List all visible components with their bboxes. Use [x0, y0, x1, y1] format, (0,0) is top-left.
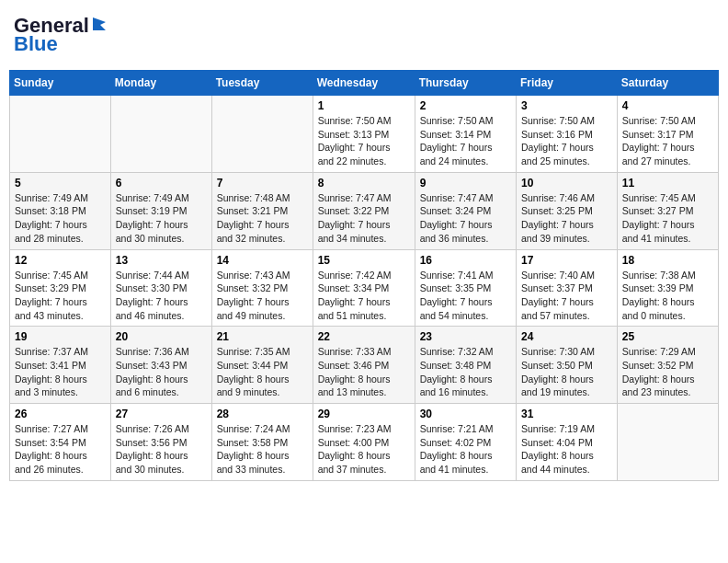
day-info: Sunrise: 7:29 AM Sunset: 3:52 PM Dayligh…: [622, 345, 713, 399]
calendar-cell: 21Sunrise: 7:35 AM Sunset: 3:44 PM Dayli…: [211, 327, 313, 404]
day-info: Sunrise: 7:24 AM Sunset: 3:58 PM Dayligh…: [217, 422, 308, 477]
calendar-week-3: 12Sunrise: 7:45 AM Sunset: 3:29 PM Dayli…: [10, 249, 719, 327]
day-info: Sunrise: 7:32 AM Sunset: 3:48 PM Dayligh…: [420, 345, 511, 399]
day-number: 2: [420, 99, 511, 112]
day-info: Sunrise: 7:50 AM Sunset: 3:17 PM Dayligh…: [622, 114, 713, 168]
calendar-cell: 3Sunrise: 7:50 AM Sunset: 3:16 PM Daylig…: [517, 96, 618, 173]
day-info: Sunrise: 7:47 AM Sunset: 3:22 PM Dayligh…: [318, 191, 410, 246]
calendar-cell: 18Sunrise: 7:38 AM Sunset: 3:39 PM Dayli…: [617, 249, 718, 327]
day-number: 18: [622, 254, 713, 267]
day-info: Sunrise: 7:38 AM Sunset: 3:39 PM Dayligh…: [622, 269, 713, 323]
day-number: 4: [622, 99, 713, 112]
calendar-cell: [211, 96, 313, 173]
day-number: 28: [217, 408, 308, 420]
day-number: 27: [116, 408, 207, 420]
day-info: Sunrise: 7:30 AM Sunset: 3:50 PM Dayligh…: [521, 345, 612, 399]
calendar-cell: 30Sunrise: 7:21 AM Sunset: 4:02 PM Dayli…: [415, 404, 516, 481]
calendar-cell: 13Sunrise: 7:44 AM Sunset: 3:30 PM Dayli…: [110, 249, 211, 327]
day-number: 31: [521, 408, 612, 420]
calendar-cell: 11Sunrise: 7:45 AM Sunset: 3:27 PM Dayli…: [617, 172, 718, 249]
day-info: Sunrise: 7:49 AM Sunset: 3:19 PM Dayligh…: [116, 191, 207, 246]
day-number: 25: [622, 330, 713, 343]
calendar-header-row: SundayMondayTuesdayWednesdayThursdayFrid…: [10, 71, 719, 96]
day-number: 6: [116, 177, 207, 190]
day-number: 22: [318, 330, 410, 343]
day-info: Sunrise: 7:43 AM Sunset: 3:32 PM Dayligh…: [217, 269, 308, 323]
day-info: Sunrise: 7:46 AM Sunset: 3:25 PM Dayligh…: [521, 191, 612, 246]
logo-icon: [91, 16, 108, 32]
day-info: Sunrise: 7:36 AM Sunset: 3:43 PM Dayligh…: [116, 345, 207, 399]
calendar-cell: [617, 404, 718, 481]
calendar-week-2: 5Sunrise: 7:49 AM Sunset: 3:18 PM Daylig…: [10, 172, 719, 249]
day-number: 24: [521, 330, 612, 343]
calendar-cell: 2Sunrise: 7:50 AM Sunset: 3:14 PM Daylig…: [415, 96, 516, 173]
day-number: 16: [420, 254, 511, 267]
calendar-cell: 27Sunrise: 7:26 AM Sunset: 3:56 PM Dayli…: [110, 404, 211, 481]
day-info: Sunrise: 7:23 AM Sunset: 4:00 PM Dayligh…: [318, 422, 410, 477]
header-tuesday: Tuesday: [211, 71, 313, 96]
header-sunday: Sunday: [10, 71, 111, 96]
day-info: Sunrise: 7:35 AM Sunset: 3:44 PM Dayligh…: [217, 345, 308, 399]
day-info: Sunrise: 7:50 AM Sunset: 3:14 PM Dayligh…: [420, 114, 511, 168]
calendar-cell: 1Sunrise: 7:50 AM Sunset: 3:13 PM Daylig…: [313, 96, 415, 173]
day-number: 30: [420, 408, 511, 420]
calendar-table: SundayMondayTuesdayWednesdayThursdayFrid…: [9, 70, 719, 481]
day-number: 11: [622, 177, 713, 190]
calendar-cell: 19Sunrise: 7:37 AM Sunset: 3:41 PM Dayli…: [10, 327, 111, 404]
calendar-cell: 31Sunrise: 7:19 AM Sunset: 4:04 PM Dayli…: [517, 404, 618, 481]
day-info: Sunrise: 7:42 AM Sunset: 3:34 PM Dayligh…: [318, 269, 410, 323]
calendar-cell: 7Sunrise: 7:48 AM Sunset: 3:21 PM Daylig…: [211, 172, 313, 249]
calendar-cell: [110, 96, 211, 173]
calendar-week-4: 19Sunrise: 7:37 AM Sunset: 3:41 PM Dayli…: [10, 327, 719, 404]
calendar-cell: 28Sunrise: 7:24 AM Sunset: 3:58 PM Dayli…: [211, 404, 313, 481]
svg-marker-0: [93, 17, 106, 30]
day-number: 12: [15, 254, 106, 267]
day-info: Sunrise: 7:37 AM Sunset: 3:41 PM Dayligh…: [15, 345, 106, 399]
day-number: 23: [420, 330, 511, 343]
calendar-cell: 4Sunrise: 7:50 AM Sunset: 3:17 PM Daylig…: [617, 96, 718, 173]
day-info: Sunrise: 7:26 AM Sunset: 3:56 PM Dayligh…: [116, 422, 207, 477]
day-info: Sunrise: 7:40 AM Sunset: 3:37 PM Dayligh…: [521, 269, 612, 323]
calendar-cell: 17Sunrise: 7:40 AM Sunset: 3:37 PM Dayli…: [517, 249, 618, 327]
logo-blue: Blue: [14, 32, 58, 56]
calendar-week-1: 1Sunrise: 7:50 AM Sunset: 3:13 PM Daylig…: [10, 96, 719, 173]
calendar-cell: 8Sunrise: 7:47 AM Sunset: 3:22 PM Daylig…: [313, 172, 415, 249]
day-number: 8: [318, 177, 410, 190]
day-number: 9: [420, 177, 511, 190]
day-number: 20: [116, 330, 207, 343]
day-info: Sunrise: 7:48 AM Sunset: 3:21 PM Dayligh…: [217, 191, 308, 246]
calendar-cell: 16Sunrise: 7:41 AM Sunset: 3:35 PM Dayli…: [415, 249, 516, 327]
day-info: Sunrise: 7:33 AM Sunset: 3:46 PM Dayligh…: [318, 345, 410, 399]
logo: General Blue: [14, 14, 108, 56]
header-thursday: Thursday: [415, 71, 516, 96]
calendar-cell: 15Sunrise: 7:42 AM Sunset: 3:34 PM Dayli…: [313, 249, 415, 327]
calendar-cell: [10, 96, 111, 173]
day-info: Sunrise: 7:45 AM Sunset: 3:27 PM Dayligh…: [622, 191, 713, 246]
day-info: Sunrise: 7:50 AM Sunset: 3:13 PM Dayligh…: [318, 114, 410, 168]
day-number: 14: [217, 254, 308, 267]
day-info: Sunrise: 7:44 AM Sunset: 3:30 PM Dayligh…: [116, 269, 207, 323]
calendar-cell: 23Sunrise: 7:32 AM Sunset: 3:48 PM Dayli…: [415, 327, 516, 404]
day-number: 15: [318, 254, 410, 267]
day-info: Sunrise: 7:50 AM Sunset: 3:16 PM Dayligh…: [521, 114, 612, 168]
calendar-week-5: 26Sunrise: 7:27 AM Sunset: 3:54 PM Dayli…: [10, 404, 719, 481]
day-number: 21: [217, 330, 308, 343]
calendar-cell: 5Sunrise: 7:49 AM Sunset: 3:18 PM Daylig…: [10, 172, 111, 249]
calendar-cell: 6Sunrise: 7:49 AM Sunset: 3:19 PM Daylig…: [110, 172, 211, 249]
calendar-cell: 29Sunrise: 7:23 AM Sunset: 4:00 PM Dayli…: [313, 404, 415, 481]
calendar-cell: 10Sunrise: 7:46 AM Sunset: 3:25 PM Dayli…: [517, 172, 618, 249]
calendar-cell: 26Sunrise: 7:27 AM Sunset: 3:54 PM Dayli…: [10, 404, 111, 481]
day-number: 3: [521, 99, 612, 112]
calendar-cell: 22Sunrise: 7:33 AM Sunset: 3:46 PM Dayli…: [313, 327, 415, 404]
page-header: General Blue: [9, 9, 719, 61]
day-number: 26: [15, 408, 106, 420]
day-info: Sunrise: 7:19 AM Sunset: 4:04 PM Dayligh…: [521, 422, 612, 477]
day-number: 19: [15, 330, 106, 343]
day-number: 7: [217, 177, 308, 190]
day-number: 17: [521, 254, 612, 267]
day-number: 5: [15, 177, 106, 190]
calendar-cell: 25Sunrise: 7:29 AM Sunset: 3:52 PM Dayli…: [617, 327, 718, 404]
day-info: Sunrise: 7:47 AM Sunset: 3:24 PM Dayligh…: [420, 191, 511, 246]
day-info: Sunrise: 7:45 AM Sunset: 3:29 PM Dayligh…: [15, 269, 106, 323]
header-friday: Friday: [517, 71, 618, 96]
